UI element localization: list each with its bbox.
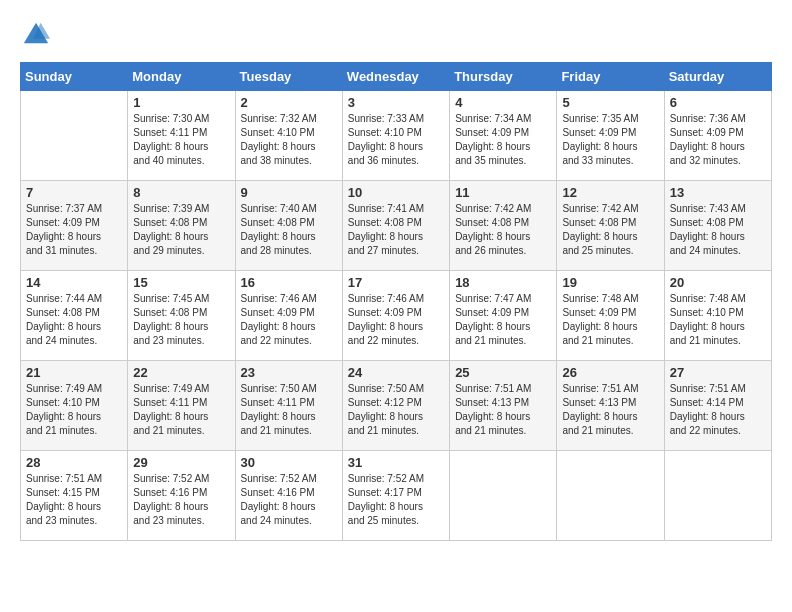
calendar-cell: 1Sunrise: 7:30 AM Sunset: 4:11 PM Daylig… bbox=[128, 91, 235, 181]
day-number: 4 bbox=[455, 95, 551, 110]
calendar-cell: 7Sunrise: 7:37 AM Sunset: 4:09 PM Daylig… bbox=[21, 181, 128, 271]
calendar-cell: 5Sunrise: 7:35 AM Sunset: 4:09 PM Daylig… bbox=[557, 91, 664, 181]
day-number: 12 bbox=[562, 185, 658, 200]
calendar-cell: 13Sunrise: 7:43 AM Sunset: 4:08 PM Dayli… bbox=[664, 181, 771, 271]
day-info: Sunrise: 7:30 AM Sunset: 4:11 PM Dayligh… bbox=[133, 112, 229, 168]
day-number: 30 bbox=[241, 455, 337, 470]
day-info: Sunrise: 7:46 AM Sunset: 4:09 PM Dayligh… bbox=[241, 292, 337, 348]
day-info: Sunrise: 7:41 AM Sunset: 4:08 PM Dayligh… bbox=[348, 202, 444, 258]
day-info: Sunrise: 7:36 AM Sunset: 4:09 PM Dayligh… bbox=[670, 112, 766, 168]
day-number: 28 bbox=[26, 455, 122, 470]
day-number: 6 bbox=[670, 95, 766, 110]
calendar-cell bbox=[21, 91, 128, 181]
calendar-cell: 27Sunrise: 7:51 AM Sunset: 4:14 PM Dayli… bbox=[664, 361, 771, 451]
day-number: 7 bbox=[26, 185, 122, 200]
calendar-cell: 30Sunrise: 7:52 AM Sunset: 4:16 PM Dayli… bbox=[235, 451, 342, 541]
day-info: Sunrise: 7:33 AM Sunset: 4:10 PM Dayligh… bbox=[348, 112, 444, 168]
day-number: 23 bbox=[241, 365, 337, 380]
day-info: Sunrise: 7:32 AM Sunset: 4:10 PM Dayligh… bbox=[241, 112, 337, 168]
calendar-cell bbox=[557, 451, 664, 541]
day-info: Sunrise: 7:43 AM Sunset: 4:08 PM Dayligh… bbox=[670, 202, 766, 258]
day-number: 10 bbox=[348, 185, 444, 200]
day-number: 22 bbox=[133, 365, 229, 380]
day-number: 8 bbox=[133, 185, 229, 200]
day-number: 24 bbox=[348, 365, 444, 380]
day-info: Sunrise: 7:52 AM Sunset: 4:16 PM Dayligh… bbox=[241, 472, 337, 528]
day-number: 26 bbox=[562, 365, 658, 380]
calendar-cell: 20Sunrise: 7:48 AM Sunset: 4:10 PM Dayli… bbox=[664, 271, 771, 361]
calendar-cell: 17Sunrise: 7:46 AM Sunset: 4:09 PM Dayli… bbox=[342, 271, 449, 361]
weekday-header-row: SundayMondayTuesdayWednesdayThursdayFrid… bbox=[21, 63, 772, 91]
calendar-cell: 21Sunrise: 7:49 AM Sunset: 4:10 PM Dayli… bbox=[21, 361, 128, 451]
day-number: 29 bbox=[133, 455, 229, 470]
day-info: Sunrise: 7:48 AM Sunset: 4:09 PM Dayligh… bbox=[562, 292, 658, 348]
calendar-cell: 18Sunrise: 7:47 AM Sunset: 4:09 PM Dayli… bbox=[450, 271, 557, 361]
day-info: Sunrise: 7:35 AM Sunset: 4:09 PM Dayligh… bbox=[562, 112, 658, 168]
calendar-cell bbox=[450, 451, 557, 541]
day-info: Sunrise: 7:40 AM Sunset: 4:08 PM Dayligh… bbox=[241, 202, 337, 258]
day-info: Sunrise: 7:46 AM Sunset: 4:09 PM Dayligh… bbox=[348, 292, 444, 348]
day-number: 27 bbox=[670, 365, 766, 380]
week-row-3: 14Sunrise: 7:44 AM Sunset: 4:08 PM Dayli… bbox=[21, 271, 772, 361]
day-info: Sunrise: 7:51 AM Sunset: 4:15 PM Dayligh… bbox=[26, 472, 122, 528]
day-info: Sunrise: 7:47 AM Sunset: 4:09 PM Dayligh… bbox=[455, 292, 551, 348]
week-row-1: 1Sunrise: 7:30 AM Sunset: 4:11 PM Daylig… bbox=[21, 91, 772, 181]
week-row-2: 7Sunrise: 7:37 AM Sunset: 4:09 PM Daylig… bbox=[21, 181, 772, 271]
day-info: Sunrise: 7:50 AM Sunset: 4:12 PM Dayligh… bbox=[348, 382, 444, 438]
weekday-header-saturday: Saturday bbox=[664, 63, 771, 91]
weekday-header-tuesday: Tuesday bbox=[235, 63, 342, 91]
day-info: Sunrise: 7:51 AM Sunset: 4:13 PM Dayligh… bbox=[562, 382, 658, 438]
day-number: 25 bbox=[455, 365, 551, 380]
day-number: 18 bbox=[455, 275, 551, 290]
calendar-cell: 23Sunrise: 7:50 AM Sunset: 4:11 PM Dayli… bbox=[235, 361, 342, 451]
day-info: Sunrise: 7:48 AM Sunset: 4:10 PM Dayligh… bbox=[670, 292, 766, 348]
day-info: Sunrise: 7:50 AM Sunset: 4:11 PM Dayligh… bbox=[241, 382, 337, 438]
calendar-cell: 31Sunrise: 7:52 AM Sunset: 4:17 PM Dayli… bbox=[342, 451, 449, 541]
day-number: 21 bbox=[26, 365, 122, 380]
calendar-cell: 2Sunrise: 7:32 AM Sunset: 4:10 PM Daylig… bbox=[235, 91, 342, 181]
day-number: 14 bbox=[26, 275, 122, 290]
calendar-table: SundayMondayTuesdayWednesdayThursdayFrid… bbox=[20, 62, 772, 541]
calendar-cell: 4Sunrise: 7:34 AM Sunset: 4:09 PM Daylig… bbox=[450, 91, 557, 181]
day-number: 3 bbox=[348, 95, 444, 110]
calendar-cell: 25Sunrise: 7:51 AM Sunset: 4:13 PM Dayli… bbox=[450, 361, 557, 451]
weekday-header-friday: Friday bbox=[557, 63, 664, 91]
day-number: 11 bbox=[455, 185, 551, 200]
day-number: 2 bbox=[241, 95, 337, 110]
day-info: Sunrise: 7:51 AM Sunset: 4:14 PM Dayligh… bbox=[670, 382, 766, 438]
day-number: 17 bbox=[348, 275, 444, 290]
calendar-cell: 19Sunrise: 7:48 AM Sunset: 4:09 PM Dayli… bbox=[557, 271, 664, 361]
calendar-cell: 22Sunrise: 7:49 AM Sunset: 4:11 PM Dayli… bbox=[128, 361, 235, 451]
calendar-cell: 12Sunrise: 7:42 AM Sunset: 4:08 PM Dayli… bbox=[557, 181, 664, 271]
calendar-cell: 6Sunrise: 7:36 AM Sunset: 4:09 PM Daylig… bbox=[664, 91, 771, 181]
day-number: 13 bbox=[670, 185, 766, 200]
calendar-cell: 8Sunrise: 7:39 AM Sunset: 4:08 PM Daylig… bbox=[128, 181, 235, 271]
weekday-header-monday: Monday bbox=[128, 63, 235, 91]
calendar-cell: 10Sunrise: 7:41 AM Sunset: 4:08 PM Dayli… bbox=[342, 181, 449, 271]
day-number: 19 bbox=[562, 275, 658, 290]
day-number: 9 bbox=[241, 185, 337, 200]
calendar-cell: 16Sunrise: 7:46 AM Sunset: 4:09 PM Dayli… bbox=[235, 271, 342, 361]
calendar-cell: 15Sunrise: 7:45 AM Sunset: 4:08 PM Dayli… bbox=[128, 271, 235, 361]
day-info: Sunrise: 7:39 AM Sunset: 4:08 PM Dayligh… bbox=[133, 202, 229, 258]
calendar-cell: 3Sunrise: 7:33 AM Sunset: 4:10 PM Daylig… bbox=[342, 91, 449, 181]
weekday-header-sunday: Sunday bbox=[21, 63, 128, 91]
day-info: Sunrise: 7:45 AM Sunset: 4:08 PM Dayligh… bbox=[133, 292, 229, 348]
calendar-cell: 28Sunrise: 7:51 AM Sunset: 4:15 PM Dayli… bbox=[21, 451, 128, 541]
calendar-cell: 29Sunrise: 7:52 AM Sunset: 4:16 PM Dayli… bbox=[128, 451, 235, 541]
week-row-5: 28Sunrise: 7:51 AM Sunset: 4:15 PM Dayli… bbox=[21, 451, 772, 541]
calendar-cell: 26Sunrise: 7:51 AM Sunset: 4:13 PM Dayli… bbox=[557, 361, 664, 451]
day-number: 5 bbox=[562, 95, 658, 110]
calendar-cell: 9Sunrise: 7:40 AM Sunset: 4:08 PM Daylig… bbox=[235, 181, 342, 271]
weekday-header-wednesday: Wednesday bbox=[342, 63, 449, 91]
logo bbox=[20, 20, 50, 52]
day-number: 16 bbox=[241, 275, 337, 290]
day-info: Sunrise: 7:49 AM Sunset: 4:11 PM Dayligh… bbox=[133, 382, 229, 438]
day-info: Sunrise: 7:42 AM Sunset: 4:08 PM Dayligh… bbox=[455, 202, 551, 258]
calendar-cell: 14Sunrise: 7:44 AM Sunset: 4:08 PM Dayli… bbox=[21, 271, 128, 361]
day-info: Sunrise: 7:49 AM Sunset: 4:10 PM Dayligh… bbox=[26, 382, 122, 438]
day-info: Sunrise: 7:34 AM Sunset: 4:09 PM Dayligh… bbox=[455, 112, 551, 168]
logo-icon bbox=[22, 20, 50, 48]
page-header bbox=[20, 20, 772, 52]
day-info: Sunrise: 7:37 AM Sunset: 4:09 PM Dayligh… bbox=[26, 202, 122, 258]
